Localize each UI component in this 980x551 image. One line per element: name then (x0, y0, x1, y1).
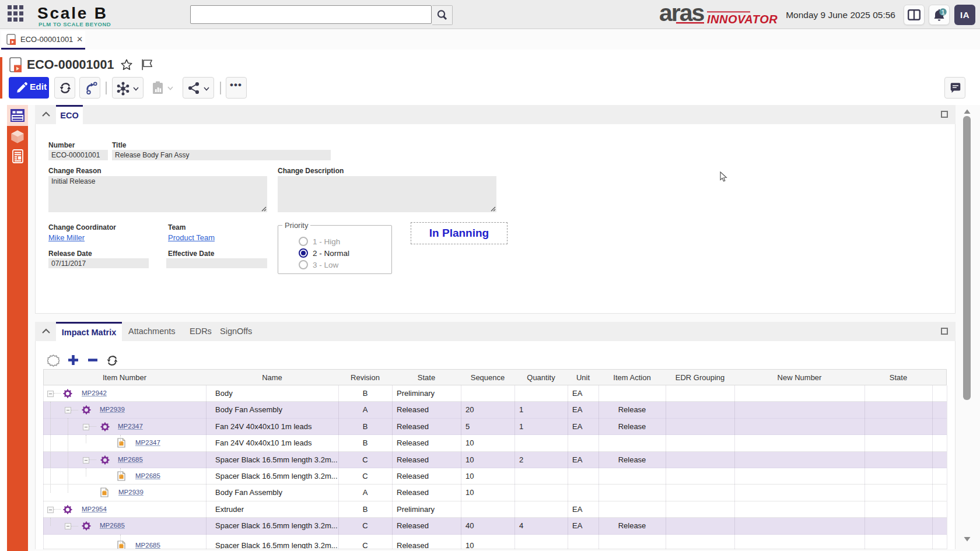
svg-text:1: 1 (941, 9, 944, 16)
